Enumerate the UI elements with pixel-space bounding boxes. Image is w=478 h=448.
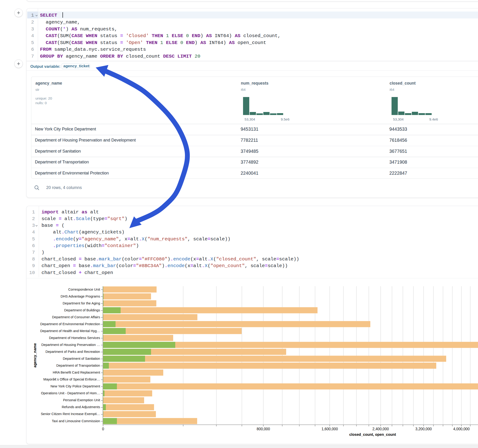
svg-text:Personal Exemption Unit: Personal Exemption Unit bbox=[63, 398, 100, 402]
svg-text:2,400,000: 2,400,000 bbox=[372, 427, 389, 431]
svg-text:Department for the Aging: Department for the Aging bbox=[63, 301, 100, 305]
svg-text:Refunds and Adjustments: Refunds and Adjustments bbox=[62, 405, 100, 409]
svg-text:3,200,000: 3,200,000 bbox=[415, 427, 432, 431]
svg-text:agency_name: agency_name bbox=[33, 343, 37, 367]
svg-text:Mayorâ€ s Office of Special En: Mayorâ€ s Office of Special Enforce… bbox=[43, 378, 100, 381]
svg-text:closed_count, open_count: closed_count, open_count bbox=[349, 433, 396, 436]
svg-text:Senior Citizen Rent Increase E: Senior Citizen Rent Increase Exempti… bbox=[41, 412, 100, 416]
svg-text:Department of Buildings: Department of Buildings bbox=[64, 308, 100, 312]
svg-text:Department of Consumer Affairs: Department of Consumer Affairs bbox=[52, 315, 100, 319]
svg-text:Taxi and Limousine Commission: Taxi and Limousine Commission bbox=[52, 419, 100, 423]
svg-text:Department of Housing Preserva: Department of Housing Preservation … bbox=[41, 343, 100, 347]
svg-text:DHS Advantage Programs: DHS Advantage Programs bbox=[61, 294, 100, 298]
svg-text:Operations Unit - Department o: Operations Unit - Department of Hom… bbox=[41, 391, 100, 395]
svg-text:Department of Environmental Pr: Department of Environmental Protection bbox=[40, 322, 100, 326]
svg-text:Department of Parks and Recrea: Department of Parks and Recreation bbox=[45, 350, 100, 354]
svg-text:Department of Health and Menta: Department of Health and Mental Hyg… bbox=[40, 329, 100, 333]
svg-text:1,600,000: 1,600,000 bbox=[321, 427, 338, 431]
svg-text:Department of Sanitation: Department of Sanitation bbox=[63, 357, 100, 361]
svg-text:New York City Police Departmen: New York City Police Department bbox=[50, 384, 100, 388]
svg-text:800,000: 800,000 bbox=[257, 427, 270, 431]
svg-text:HRA Benefit Card Replacement: HRA Benefit Card Replacement bbox=[53, 371, 100, 374]
svg-text:Department of Transportation: Department of Transportation bbox=[56, 364, 100, 367]
svg-text:4,000,000: 4,000,000 bbox=[453, 427, 470, 431]
svg-text:Department of Homeless Service: Department of Homeless Services bbox=[49, 336, 100, 340]
svg-text:Correspondence Unit: Correspondence Unit bbox=[68, 288, 100, 291]
svg-text:0: 0 bbox=[102, 427, 104, 431]
